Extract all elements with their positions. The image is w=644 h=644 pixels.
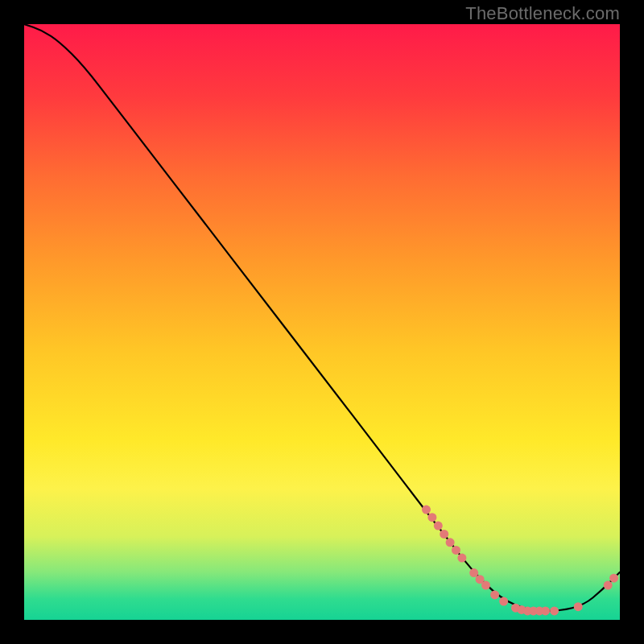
marker-point bbox=[609, 574, 618, 583]
marker-point bbox=[457, 554, 466, 563]
marker-point bbox=[440, 530, 448, 539]
marker-point bbox=[452, 546, 460, 555]
marker-point bbox=[469, 568, 478, 577]
marker-point bbox=[574, 602, 583, 611]
attribution-text: TheBottleneck.com bbox=[465, 3, 620, 24]
marker-point bbox=[541, 606, 550, 615]
marker-point bbox=[550, 606, 559, 615]
gradient-background bbox=[24, 24, 620, 620]
plot-area bbox=[24, 24, 620, 620]
marker-point bbox=[422, 506, 431, 514]
marker-point bbox=[604, 581, 613, 590]
marker-point bbox=[434, 522, 443, 530]
marker-point bbox=[481, 581, 490, 590]
marker-point bbox=[446, 538, 455, 547]
marker-point bbox=[490, 590, 499, 599]
chart-svg bbox=[24, 24, 620, 620]
marker-point bbox=[499, 597, 508, 606]
marker-point bbox=[427, 513, 436, 522]
chart-container: TheBottleneck.com bbox=[0, 0, 644, 644]
